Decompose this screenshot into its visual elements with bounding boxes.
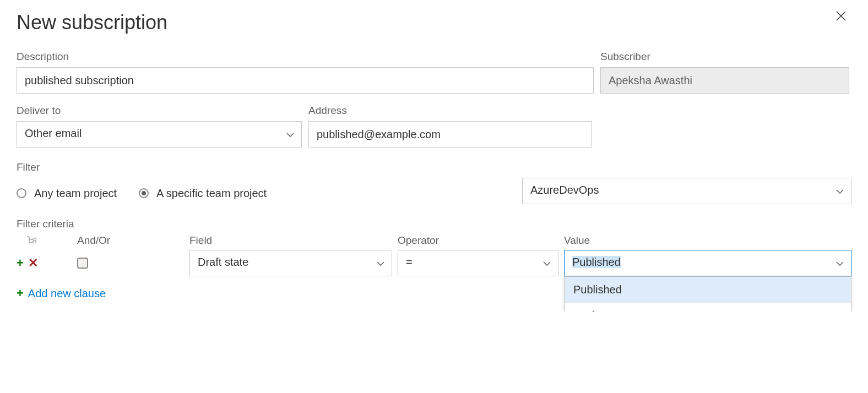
field-value: Draft state <box>198 256 248 268</box>
radio-circle-icon <box>17 188 26 198</box>
dropdown-item-draft[interactable]: Draft <box>565 303 851 312</box>
project-value: AzureDevOps <box>530 184 599 196</box>
operator-value: = <box>406 256 413 268</box>
remove-clause-icon[interactable]: ✕ <box>28 256 38 270</box>
andor-checkbox[interactable] <box>77 258 88 269</box>
radio-any-project-label: Any team project <box>34 187 117 200</box>
andor-header: And/Or <box>77 234 160 247</box>
tree-icon <box>26 236 36 245</box>
operator-header: Operator <box>398 234 558 247</box>
operator-select[interactable]: = <box>398 250 558 276</box>
svg-rect-0 <box>33 238 36 241</box>
radio-specific-project-label: A specific team project <box>156 187 267 200</box>
value-select[interactable]: Published <box>564 250 851 276</box>
dropdown-item-published[interactable]: Published <box>565 277 851 303</box>
add-clause-label: Add new clause <box>28 287 106 300</box>
value-value: Published <box>572 256 621 268</box>
add-clause-icon[interactable]: + <box>17 256 24 270</box>
address-label: Address <box>308 105 592 117</box>
filter-label: Filter <box>17 161 851 173</box>
subscriber-input <box>600 67 849 94</box>
field-select[interactable]: Draft state <box>189 250 392 276</box>
deliver-to-label: Deliver to <box>17 105 302 117</box>
description-input[interactable] <box>17 67 594 94</box>
field-header: Field <box>189 234 392 247</box>
deliver-to-select[interactable]: Other email <box>17 121 302 148</box>
subscriber-label: Subscriber <box>600 51 849 63</box>
radio-specific-project[interactable]: A specific team project <box>139 187 267 200</box>
criteria-label: Filter criteria <box>17 218 851 230</box>
project-select[interactable]: AzureDevOps <box>522 178 851 204</box>
radio-any-project[interactable]: Any team project <box>17 187 117 200</box>
value-dropdown-menu: Published Draft <box>564 276 851 312</box>
radio-circle-checked-icon <box>139 188 149 198</box>
close-icon[interactable] <box>831 11 851 24</box>
svg-rect-1 <box>33 241 36 243</box>
description-label: Description <box>17 51 594 63</box>
dialog-title: New subscription <box>17 11 167 34</box>
deliver-to-value: Other email <box>25 127 82 139</box>
value-header: Value <box>564 234 590 247</box>
plus-icon: + <box>17 286 24 301</box>
address-input[interactable] <box>308 121 592 148</box>
